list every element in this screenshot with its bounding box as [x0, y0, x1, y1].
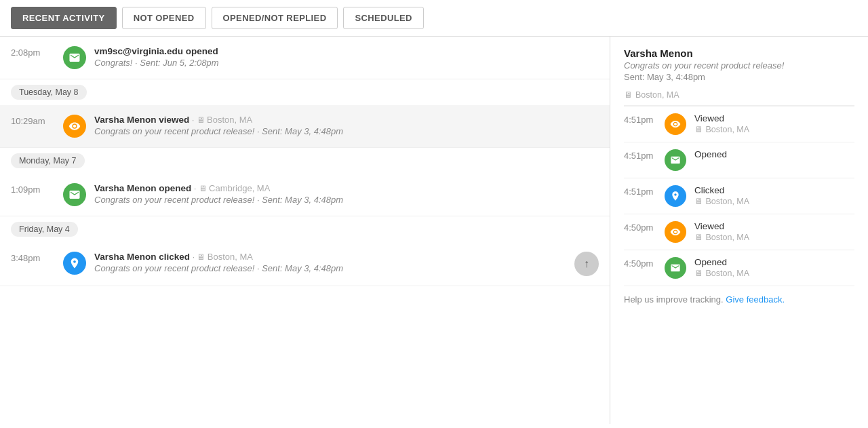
activity-title-bold: Varsha Menon viewed [94, 115, 189, 125]
detail-event-action: Opened [694, 149, 854, 159]
activity-title-bold: Varsha Menon clicked [94, 252, 190, 262]
activity-title: Varsha Menon opened · 🖥 Cambridge, MA [94, 183, 599, 193]
activity-subtitle: Congrats on your recent product release!… [94, 126, 599, 136]
give-feedback-link[interactable]: Give feedback. [726, 294, 785, 305]
detail-event-row: 4:51pm Viewed 🖥 Boston, MA [624, 106, 854, 142]
detail-event-info: Clicked 🖥 Boston, MA [694, 185, 854, 206]
detail-event-time: 4:51pm [624, 185, 656, 197]
click-icon [665, 185, 686, 207]
detail-event-info: Viewed 🖥 Boston, MA [694, 113, 854, 134]
desktop-icon: · 🖥 [194, 184, 209, 193]
detail-panel: Varsha Menon Congrats on your recent pro… [610, 37, 868, 424]
day-label: Monday, May 7 [11, 153, 85, 168]
activity-content: Varsha Menon opened · 🖥 Cambridge, MA Co… [94, 183, 599, 205]
detail-event-location: 🖥 Boston, MA [694, 125, 854, 134]
detail-event-location: 🖥 Boston, MA [694, 197, 854, 206]
tab-opened-not-replied[interactable]: OPENED/NOT REPLIED [212, 7, 338, 29]
tab-not-opened[interactable]: NOT OPENED [122, 7, 206, 29]
detail-event-row: 4:51pm Opened [624, 142, 854, 178]
activity-title-bold: Varsha Menon opened [94, 183, 191, 193]
tab-recent-activity[interactable]: RECENT ACTIVITY [11, 7, 117, 29]
activity-location: Boston, MA [208, 252, 253, 262]
activity-content: vm9sc@virginia.edu opened Congrats! · Se… [94, 46, 599, 68]
main-layout: 2:08pm vm9sc@virginia.edu opened Congrat… [0, 37, 868, 424]
detail-event-time: 4:51pm [624, 113, 656, 125]
scroll-up-button[interactable]: ↑ [574, 252, 599, 276]
feedback-row: Help us improve tracking. Give feedback. [624, 286, 854, 305]
activity-location: Boston, MA [207, 115, 252, 125]
detail-event-info: Opened [694, 149, 854, 161]
activity-subtitle: Congrats! · Sent: Jun 5, 2:08pm [94, 58, 599, 68]
detail-contact-name: Varsha Menon [624, 47, 854, 59]
detail-event-time: 4:51pm [624, 149, 656, 161]
activity-content: Varsha Menon viewed · 🖥 Boston, MA Congr… [94, 115, 599, 136]
view-icon [665, 113, 686, 135]
desktop-icon-small: 🖥 [694, 233, 705, 242]
view-icon [665, 221, 686, 243]
detail-sent-time: Sent: May 3, 4:48pm [624, 72, 854, 82]
desktop-icon-small: 🖥 [694, 125, 705, 134]
desktop-icon-small: 🖥 [694, 269, 705, 278]
detail-event-location: 🖥 Boston, MA [694, 233, 854, 242]
desktop-icon-small: 🖥 [694, 197, 705, 206]
detail-events-list: 4:51pm Viewed 🖥 Boston, MA 4:51pm [624, 106, 854, 286]
detail-event-location: 🖥 Boston, MA [694, 269, 854, 278]
detail-event-row: 4:50pm Opened 🖥 Boston, MA [624, 250, 854, 286]
activity-list: 2:08pm vm9sc@virginia.edu opened Congrat… [0, 37, 610, 424]
detail-event-time: 4:50pm [624, 221, 656, 233]
detail-event-action: Viewed [694, 113, 854, 123]
activity-time: 10:29am [11, 115, 55, 126]
list-item: 2:08pm vm9sc@virginia.edu opened Congrat… [0, 37, 610, 79]
desktop-icon: · 🖥 [193, 252, 208, 262]
desktop-icon: · 🖥 [192, 115, 207, 125]
activity-subtitle: Congrats on your recent product release!… [94, 195, 599, 205]
activity-location: Cambridge, MA [209, 183, 270, 193]
detail-event-info: Viewed 🖥 Boston, MA [694, 221, 854, 242]
day-header-monday: Monday, May 7 [0, 148, 610, 174]
detail-event-action: Opened [694, 257, 854, 267]
activity-time: 1:09pm [11, 183, 55, 195]
email-icon [63, 46, 86, 69]
detail-event-info: Opened 🖥 Boston, MA [694, 257, 854, 278]
detail-location-partial: 🖥 Boston, MA [624, 90, 854, 106]
list-item[interactable]: 3:48pm Varsha Menon clicked · 🖥 Boston, … [0, 242, 610, 286]
activity-time: 3:48pm [11, 252, 55, 263]
activity-title-bold: vm9sc@virginia.edu opened [94, 46, 218, 56]
detail-subject: Congrats on your recent product release! [624, 60, 854, 71]
tab-scheduled[interactable]: SCHEDULED [343, 7, 423, 29]
activity-title: Varsha Menon viewed · 🖥 Boston, MA [94, 115, 599, 125]
list-item[interactable]: 10:29am Varsha Menon viewed · 🖥 Boston, … [0, 105, 610, 148]
day-label: Friday, May 4 [11, 222, 78, 237]
activity-content: Varsha Menon clicked · 🖥 Boston, MA Cong… [94, 252, 566, 273]
detail-event-action: Clicked [694, 185, 854, 195]
detail-event-row: 4:50pm Viewed 🖥 Boston, MA [624, 214, 854, 250]
day-label: Tuesday, May 8 [11, 85, 87, 100]
email-icon [665, 257, 686, 279]
tab-bar: RECENT ACTIVITY NOT OPENED OPENED/NOT RE… [0, 0, 868, 37]
feedback-text: Help us improve tracking. [624, 294, 724, 305]
detail-event-row: 4:51pm Clicked 🖥 Boston, MA [624, 178, 854, 214]
list-item[interactable]: 1:09pm Varsha Menon opened · 🖥 Cambridge… [0, 174, 610, 216]
email-icon [63, 183, 86, 206]
activity-title: Varsha Menon clicked · 🖥 Boston, MA [94, 252, 566, 262]
day-header-friday: Friday, May 4 [0, 216, 610, 242]
detail-event-action: Viewed [694, 221, 854, 231]
desktop-icon-small: 🖥 [624, 90, 633, 100]
day-header-tuesday: Tuesday, May 8 [0, 79, 610, 105]
click-icon [63, 252, 86, 275]
activity-title: vm9sc@virginia.edu opened [94, 46, 599, 56]
activity-time: 2:08pm [11, 46, 55, 58]
activity-subtitle: Congrats on your recent product release!… [94, 263, 566, 273]
detail-event-time: 4:50pm [624, 257, 656, 269]
view-icon [63, 115, 86, 138]
email-icon [665, 149, 686, 171]
